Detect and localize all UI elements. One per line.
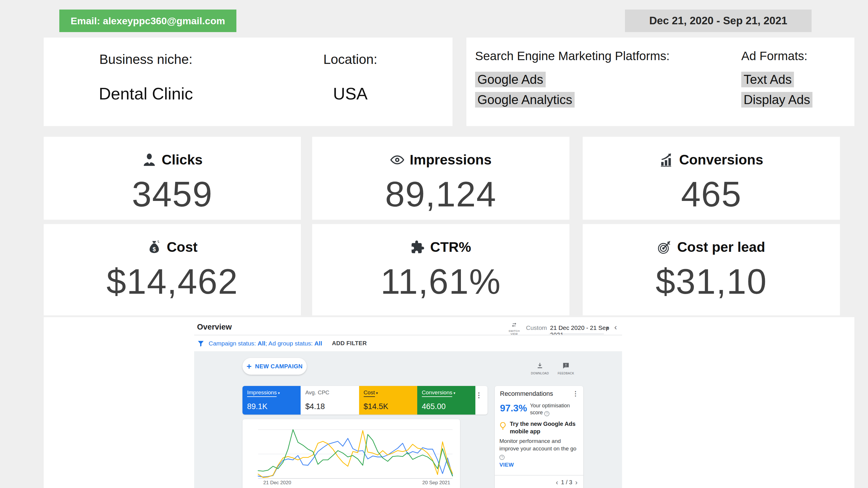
date-mode-label: Custom bbox=[526, 324, 547, 331]
scorecard-label: Conversions bbox=[422, 389, 453, 397]
metric-value: 3459 bbox=[44, 174, 301, 215]
metric-value: 89,124 bbox=[312, 174, 569, 215]
business-info-card: Business niche: Dental Clinic Location: … bbox=[44, 38, 453, 126]
metric-card-cost-per-lead: Cost per lead $31,10 bbox=[583, 224, 840, 316]
recommendations-pagination: ‹ 1 / 3 › bbox=[556, 479, 578, 486]
metric-label: Cost bbox=[167, 239, 197, 255]
help-icon[interactable]: ? bbox=[544, 411, 550, 416]
scorecard-conversions[interactable]: Conversions▾ 465.00 bbox=[417, 386, 475, 415]
bar-chart-icon bbox=[659, 153, 674, 167]
sem-platforms-block: Search Engine Marketing Platforms: Googl… bbox=[475, 49, 670, 112]
platform-chip: Google Ads bbox=[475, 72, 546, 87]
feedback-icon bbox=[562, 362, 570, 369]
feedback-button[interactable]: FEEDBACK bbox=[553, 362, 579, 375]
target-arrow-icon bbox=[657, 240, 672, 254]
filter-bar: Campaign status: All; Ad group status: A… bbox=[194, 335, 622, 351]
business-niche-block: Business niche: Dental Clinic bbox=[44, 38, 248, 126]
scorecard-value: $4.18 bbox=[305, 402, 325, 411]
date-range-badge: Dec 21, 2020 - Sep 21, 2021 bbox=[625, 9, 812, 32]
more-vert-icon[interactable]: ⋮ bbox=[572, 390, 579, 397]
scorecard-label: Cost bbox=[364, 389, 375, 397]
google-ads-screenshot: Overview SWITCH VIEW Custom 21 Dec 2020 … bbox=[194, 320, 622, 488]
recommendations-card: Recommendations ⋮ 97.3% Your optimisatio… bbox=[495, 386, 583, 488]
ad-formats-label: Ad Formats: bbox=[741, 49, 812, 63]
x-axis-start-label: 21 Dec 2020 bbox=[263, 480, 291, 486]
overview-title: Overview bbox=[197, 323, 232, 332]
money-bag-icon: $ bbox=[147, 240, 161, 254]
metric-card-ctr: CTR% 11,61% bbox=[312, 224, 569, 316]
scorecard-label: Avg. CPC bbox=[305, 389, 329, 396]
selector-arrow-icon: ▾ bbox=[376, 391, 378, 395]
scorecard-label: Impressions bbox=[247, 389, 277, 397]
download-button[interactable]: DOWNLOAD bbox=[527, 362, 553, 375]
metric-label: Impressions bbox=[410, 152, 492, 168]
trend-line-conversions bbox=[258, 430, 453, 476]
dashboard-page: Email: alexeyppc360@gmail.com Dec 21, 20… bbox=[0, 0, 868, 488]
more-vert-icon[interactable]: ⋮ bbox=[475, 386, 488, 415]
metric-value: $31,10 bbox=[583, 261, 840, 302]
metric-label: CTR% bbox=[430, 239, 471, 255]
puzzle-icon bbox=[410, 240, 425, 254]
optimisation-score-value: 97.3% bbox=[500, 403, 527, 414]
scorecard-avg-cpc[interactable]: Avg. CPC $4.18 bbox=[301, 386, 359, 415]
scorecard-cost[interactable]: Cost▾ $14.5K bbox=[359, 386, 417, 415]
sem-platforms-label: Search Engine Marketing Platforms: bbox=[475, 49, 670, 63]
collapse-chevron-icon[interactable]: ‹ bbox=[614, 323, 617, 332]
trend-chart bbox=[250, 427, 460, 485]
business-niche-value: Dental Clinic bbox=[44, 84, 248, 103]
location-value: USA bbox=[248, 84, 453, 103]
new-campaign-button[interactable]: + NEW CAMPAIGN bbox=[243, 358, 307, 375]
metric-card-clicks: Clicks 3459 bbox=[44, 137, 301, 220]
overview-chart-card: 21 Dec 2020 20 Sep 2021 bbox=[243, 419, 460, 488]
metric-value: $14,462 bbox=[44, 261, 301, 302]
page-indicator: 1 / 3 bbox=[561, 479, 572, 486]
recommendation-tip-body: Monitor performance and improve your acc… bbox=[499, 437, 580, 460]
help-icon[interactable]: ? bbox=[499, 455, 505, 460]
metric-value: 11,61% bbox=[312, 261, 569, 302]
platforms-info-card: Search Engine Marketing Platforms: Googl… bbox=[466, 38, 855, 126]
email-badge-text: Email: alexeyppc360@gmail.com bbox=[71, 15, 225, 27]
trend-line-impressions bbox=[258, 438, 453, 477]
metric-card-cost: $ Cost $14,462 bbox=[44, 224, 301, 316]
location-label: Location: bbox=[248, 52, 453, 67]
page-prev-icon[interactable]: ‹ bbox=[556, 480, 558, 485]
scorecard-strip: Impressions▾ 89.1K Avg. CPC $4.18 Cost▾ … bbox=[243, 386, 488, 415]
lightbulb-icon bbox=[499, 422, 507, 430]
ad-format-chip: Display Ads bbox=[741, 92, 812, 107]
scorecard-value: 89.1K bbox=[247, 402, 268, 411]
scorecard-value: $14.5K bbox=[364, 402, 389, 411]
switch-view-label: SWITCH VIEW bbox=[506, 330, 522, 335]
selector-arrow-icon: ▾ bbox=[278, 391, 280, 395]
plus-icon: + bbox=[247, 362, 252, 370]
business-niche-label: Business niche: bbox=[44, 52, 248, 67]
download-icon bbox=[536, 362, 544, 369]
metric-label: Clicks bbox=[162, 152, 203, 168]
filter-funnel-icon bbox=[197, 340, 205, 347]
recommendations-divider bbox=[495, 475, 583, 476]
x-axis-end-label: 20 Sep 2021 bbox=[423, 480, 450, 486]
page-next-icon[interactable]: › bbox=[575, 480, 578, 485]
person-icon bbox=[142, 153, 157, 167]
metric-label: Cost per lead bbox=[677, 239, 765, 255]
scorecard-value: 465.00 bbox=[422, 402, 446, 411]
view-link[interactable]: VIEW bbox=[499, 462, 514, 468]
metric-label: Conversions bbox=[679, 152, 763, 168]
ads-header: Overview SWITCH VIEW Custom 21 Dec 2020 … bbox=[194, 320, 622, 335]
download-label: DOWNLOAD bbox=[527, 372, 553, 375]
date-range-underline bbox=[549, 334, 604, 334]
metric-card-impressions: Impressions 89,124 bbox=[312, 137, 569, 220]
scorecard-impressions[interactable]: Impressions▾ 89.1K bbox=[243, 386, 301, 415]
filter-status-text[interactable]: Campaign status: All; Ad group status: A… bbox=[209, 340, 322, 347]
date-range-text: Dec 21, 2020 - Sep 21, 2021 bbox=[649, 15, 787, 27]
date-dropdown-icon[interactable]: ▾ bbox=[606, 325, 609, 331]
eye-icon bbox=[390, 153, 404, 167]
optimisation-score-caption: Your optimisation score ? bbox=[530, 402, 579, 416]
new-campaign-label: NEW CAMPAIGN bbox=[255, 363, 303, 370]
recommendations-title: Recommendations bbox=[500, 390, 553, 397]
metric-value: 465 bbox=[583, 174, 840, 215]
selector-arrow-icon: ▾ bbox=[454, 391, 456, 395]
add-filter-button[interactable]: ADD FILTER bbox=[332, 340, 367, 347]
switch-view-button[interactable]: SWITCH VIEW bbox=[506, 322, 522, 335]
ad-formats-block: Ad Formats: Text Ads Display Ads bbox=[741, 49, 812, 112]
feedback-label: FEEDBACK bbox=[553, 372, 579, 375]
